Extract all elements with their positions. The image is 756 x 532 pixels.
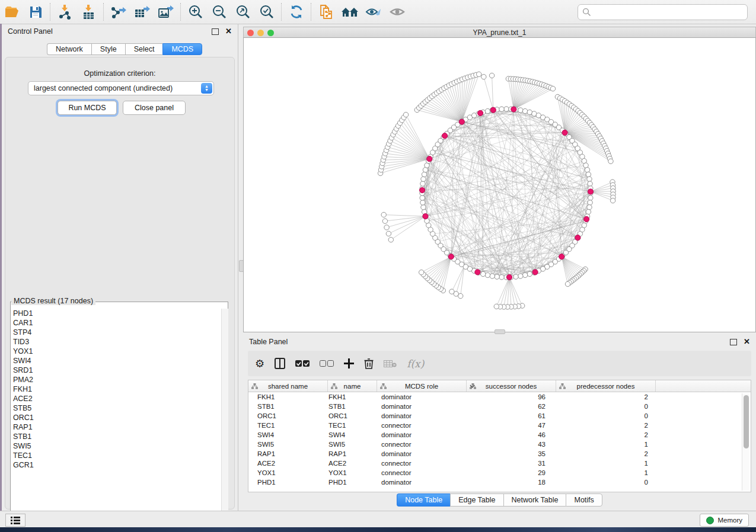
table-row[interactable]: TEC1TEC1connector472 [248, 421, 751, 430]
import-network-icon[interactable] [53, 2, 77, 22]
close-panel-button[interactable]: Close panel [123, 101, 186, 115]
mcds-node-item[interactable]: SRD1 [11, 366, 219, 375]
table-row[interactable]: SWI4SWI4dominator462 [248, 430, 751, 440]
column-header-name[interactable]: name [328, 380, 377, 392]
cell-successor-nodes: 61 [465, 412, 554, 419]
save-session-icon[interactable] [24, 2, 47, 22]
mcds-node-item[interactable]: STB5 [11, 403, 219, 413]
deselect-all-icon[interactable] [320, 360, 334, 367]
table-panel-title: Table Panel [249, 338, 730, 346]
table-row[interactable]: YOX1YOX1connector291 [248, 468, 751, 477]
close-panel-icon[interactable]: ✕ [744, 339, 750, 345]
mcds-node-item[interactable]: TID3 [11, 337, 219, 347]
toolbar-separator [281, 3, 282, 21]
table-row[interactable]: PHD1PHD1dominator180 [248, 477, 751, 487]
cell-MCDS-role: connector [376, 422, 465, 429]
clone-network-icon[interactable] [314, 2, 338, 22]
tab-network-table[interactable]: Network Table [503, 493, 566, 507]
cell-predecessor-nodes: 2 [554, 422, 653, 429]
scrollbar-thumb[interactable] [744, 395, 749, 448]
tab-mcds[interactable]: MCDS [162, 43, 202, 55]
float-panel-icon[interactable] [730, 339, 737, 345]
search-input[interactable] [591, 7, 747, 18]
export-table-icon[interactable] [130, 2, 154, 22]
mcds-node-item[interactable]: FKH1 [11, 384, 219, 394]
table-row[interactable]: ACE2ACE2connector311 [248, 459, 751, 468]
mcds-node-item[interactable]: SWI4 [11, 356, 219, 366]
mcds-node-item[interactable]: PHD1 [11, 309, 219, 318]
mcds-node-item[interactable]: GCR1 [11, 460, 219, 470]
mcds-node-item[interactable]: ACE2 [11, 394, 219, 403]
table-row[interactable]: RAP1RAP1dominator352 [248, 449, 751, 459]
delete-column-icon[interactable] [364, 358, 374, 369]
export-network-icon[interactable] [107, 2, 130, 22]
table-row[interactable]: STB1STB1dominator620 [248, 402, 751, 411]
table-row[interactable]: ORC1ORC1dominator610 [248, 411, 751, 421]
zoom-in-icon[interactable] [184, 2, 208, 22]
import-table-icon[interactable] [77, 2, 101, 22]
optimization-select[interactable]: largest connected component (undirected)… [28, 81, 214, 95]
search-box[interactable] [578, 4, 748, 20]
mcds-node-item[interactable]: SWI5 [11, 441, 219, 451]
float-panel-icon[interactable] [212, 28, 219, 35]
control-panel: Control Panel ✕ NetworkStyleSelectMCDS O… [2, 24, 238, 511]
cell-name: PHD1 [327, 479, 376, 486]
cell-MCDS-role: dominator [376, 479, 465, 486]
table-tabs: Node TableEdge TableNetwork TableMotifs [243, 493, 756, 507]
memory-button[interactable]: Memory [700, 514, 749, 527]
mcds-node-item[interactable]: PMA2 [11, 375, 219, 384]
mcds-node-item[interactable]: RAP1 [11, 422, 219, 432]
delete-table-icon[interactable] [384, 360, 397, 368]
mcds-node-item[interactable]: STP4 [11, 328, 219, 337]
task-history-button[interactable] [5, 514, 25, 527]
mcds-node-item[interactable]: TEC1 [11, 451, 219, 460]
mcds-node-item[interactable]: STB1 [11, 432, 219, 441]
run-mcds-button[interactable]: Run MCDS [58, 101, 117, 115]
tab-node-table[interactable]: Node Table [397, 493, 450, 507]
cell-name: STB1 [327, 403, 376, 410]
zoom-fit-icon[interactable] [231, 2, 255, 22]
table-row[interactable]: FKH1FKH1dominator962 [248, 392, 751, 402]
refresh-icon[interactable] [285, 2, 308, 22]
mcds-list-scrollbar[interactable] [221, 309, 228, 517]
zoom-selected-icon[interactable] [255, 2, 279, 22]
cell-predecessor-nodes: 1 [554, 469, 653, 476]
mcds-panel: Optimization criterion: largest connecte… [5, 57, 235, 509]
select-all-icon[interactable] [295, 360, 310, 367]
column-header-MCDS-role[interactable]: MCDS role [377, 380, 467, 392]
function-builder-icon[interactable]: f(x) [407, 358, 424, 370]
open-file-icon[interactable] [0, 2, 24, 22]
settings-icon[interactable]: ⚙ [255, 357, 264, 370]
tab-select[interactable]: Select [125, 43, 163, 55]
zoom-out-icon[interactable] [208, 2, 231, 22]
table-row[interactable]: SWI5SWI5connector431 [248, 440, 751, 449]
control-panel-tabs: NetworkStyleSelectMCDS [47, 43, 202, 55]
cell-MCDS-role: connector [376, 469, 465, 476]
mcds-node-item[interactable]: CAR1 [11, 318, 219, 328]
cell-successor-nodes: 46 [465, 431, 554, 438]
tab-network[interactable]: Network [47, 43, 91, 55]
show-columns-icon[interactable] [275, 358, 285, 369]
list-icon [11, 517, 20, 524]
tab-style[interactable]: Style [91, 43, 125, 55]
network-view[interactable] [243, 37, 756, 332]
close-panel-icon[interactable]: ✕ [225, 28, 232, 34]
horizontal-splitter-grip[interactable] [495, 329, 505, 334]
cell-predecessor-nodes: 2 [554, 393, 653, 400]
cell-MCDS-role: dominator [376, 412, 465, 419]
tab-edge-table[interactable]: Edge Table [450, 493, 503, 507]
optimization-label: Optimization criterion: [5, 69, 234, 78]
column-header-predecessor-nodes[interactable]: predecessor nodes [556, 380, 656, 392]
column-header-successor-nodes[interactable]: successor nodes [467, 380, 556, 392]
mcds-node-item[interactable]: YOX1 [11, 347, 219, 356]
network-window-titlebar[interactable]: YPA_prune.txt_1 [243, 27, 756, 38]
mcds-node-item[interactable]: ORC1 [11, 413, 219, 422]
show-all-icon[interactable] [385, 2, 409, 22]
column-header-shared-name[interactable]: shared name [248, 380, 328, 392]
export-image-icon[interactable] [154, 2, 178, 22]
first-neighbors-icon[interactable] [338, 2, 362, 22]
tab-motifs[interactable]: Motifs [566, 493, 602, 507]
add-column-icon[interactable] [344, 358, 354, 368]
table-scrollbar[interactable] [742, 393, 749, 491]
hide-selected-icon[interactable] [362, 2, 385, 22]
